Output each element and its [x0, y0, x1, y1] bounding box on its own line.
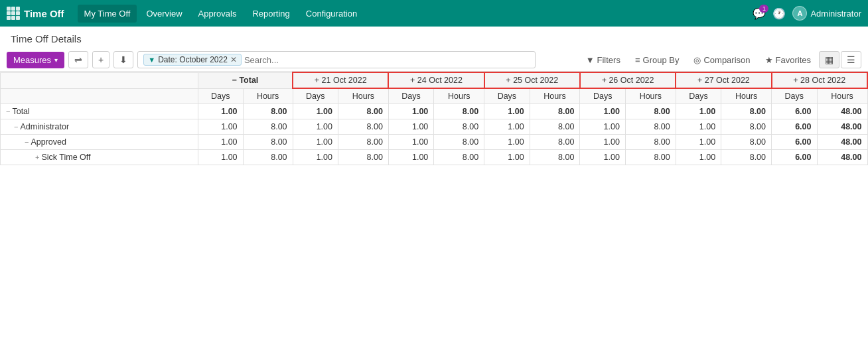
app-title: Time Off [24, 8, 64, 19]
col27-hours-header: Hours [721, 88, 772, 104]
nav-configuration[interactable]: Configuration [299, 5, 364, 23]
page-title: Time Off Details [0, 27, 868, 48]
clock-button[interactable]: 🕐 [772, 7, 786, 20]
comparison-label: Comparison [703, 55, 750, 65]
measures-label: Measures [13, 55, 51, 65]
data-cell: 6.00 [772, 150, 817, 165]
col25-days-header: Days [484, 88, 530, 104]
row-label-cell: −Approved [1, 135, 198, 150]
date-header-row: − Total + 21 Oct 2022 + 24 Oct 2022 + 2 [1, 72, 868, 88]
plus-icon: + [506, 76, 510, 85]
add-icon-button[interactable]: + [92, 51, 109, 68]
total-hours-header: Hours [243, 88, 293, 104]
date-col-25[interactable]: + 25 Oct 2022 [484, 72, 580, 88]
data-cell: 6.00 [772, 119, 817, 135]
app-logo[interactable]: Time Off [7, 7, 64, 20]
minus-total-icon: − [232, 76, 237, 85]
adjust-icon-button[interactable]: ⇌ [68, 51, 88, 68]
avatar: A [792, 6, 807, 21]
plus-icon: + [793, 76, 798, 85]
data-cell: 1.00 [198, 150, 243, 165]
data-cell: 1.00 [198, 135, 243, 150]
data-cell: 8.00 [625, 150, 676, 165]
data-cell: 8.00 [625, 104, 676, 119]
nav-overview[interactable]: Overview [139, 5, 188, 23]
filters-icon: ▼ [586, 55, 595, 65]
grid-view-button[interactable]: ▦ [819, 51, 839, 68]
data-cell: 1.00 [580, 104, 625, 119]
filters-button[interactable]: ▼ Filters [579, 52, 627, 68]
data-cell: 8.00 [434, 150, 484, 165]
date-28: 28 Oct 2022 [800, 76, 845, 85]
date-col-24[interactable]: + 24 Oct 2022 [388, 72, 484, 88]
plus-icon: + [697, 76, 702, 85]
row-label-cell: −Total [1, 104, 198, 119]
notifications-button[interactable]: 💬 1 [753, 7, 766, 20]
star-icon: ★ [765, 55, 773, 65]
groupby-icon: ≡ [635, 55, 640, 65]
search-input[interactable] [244, 55, 530, 65]
data-cell: 1.00 [484, 135, 530, 150]
data-cell: 48.00 [817, 119, 867, 135]
data-cell: 1.00 [388, 104, 433, 119]
nav-my-time-off[interactable]: My Time Off [78, 5, 137, 23]
data-cell: 1.00 [676, 104, 721, 119]
favorites-button[interactable]: ★ Favorites [759, 52, 818, 68]
date-col-27[interactable]: + 27 Oct 2022 [676, 72, 771, 88]
plus-icon: + [410, 76, 415, 85]
comparison-button[interactable]: ◎ Comparison [687, 52, 757, 68]
data-cell: 48.00 [817, 135, 867, 150]
col27-days-header: Days [676, 88, 721, 104]
grid-icon [7, 7, 20, 20]
filters-label: Filters [597, 55, 620, 65]
row-label-cell: +Sick Time Off [1, 150, 198, 165]
data-cell: 1.00 [198, 119, 243, 135]
total-label: Total [239, 76, 258, 85]
data-cell: 8.00 [243, 104, 293, 119]
groupby-button[interactable]: ≡ Group By [628, 52, 686, 68]
row-label-spacer [1, 72, 198, 88]
table-row: +Sick Time Off1.008.001.008.001.008.001.… [1, 150, 868, 165]
data-cell: 1.00 [676, 119, 721, 135]
top-navigation: Time Off My Time Off Overview Approvals … [0, 0, 868, 27]
toolbar-row: Measures ▾ ⇌ + ⬇ ▼ Date: October 2022 ✕ … [0, 48, 868, 72]
measures-button[interactable]: Measures ▾ [7, 52, 64, 68]
col24-hours-header: Hours [434, 88, 484, 104]
date-21: 21 Oct 2022 [322, 76, 367, 85]
data-cell: 8.00 [243, 150, 293, 165]
download-icon-button[interactable]: ⬇ [113, 51, 133, 68]
date-col-28[interactable]: + 28 Oct 2022 [772, 72, 867, 88]
data-cell: 8.00 [243, 119, 293, 135]
data-cell: 1.00 [484, 119, 530, 135]
date-col-21[interactable]: + 21 Oct 2022 [293, 72, 388, 88]
table-row: −Total1.008.001.008.001.008.001.008.001.… [1, 104, 868, 119]
search-filter-tag[interactable]: ▼ Date: October 2022 ✕ [143, 54, 242, 66]
comparison-icon: ◎ [693, 55, 701, 65]
admin-menu-button[interactable]: A Administrator [792, 6, 861, 21]
table-row: −Approved1.008.001.008.001.008.001.008.0… [1, 135, 868, 150]
plus-icon: + [602, 76, 607, 85]
data-cell: 8.00 [721, 150, 772, 165]
date-24: 24 Oct 2022 [417, 76, 463, 85]
data-cell: 8.00 [721, 104, 772, 119]
data-cell: 8.00 [530, 119, 580, 135]
data-cell: 8.00 [434, 104, 484, 119]
data-cell: 6.00 [772, 104, 817, 119]
list-view-button[interactable]: ☰ [841, 51, 861, 68]
main-content: − Total + 21 Oct 2022 + 24 Oct 2022 + 2 [0, 72, 868, 165]
data-cell: 48.00 [817, 104, 867, 119]
data-cell: 8.00 [434, 119, 484, 135]
pivot-body: −Total1.008.001.008.001.008.001.008.001.… [1, 104, 868, 165]
data-cell: 1.00 [676, 150, 721, 165]
data-cell: 8.00 [338, 150, 389, 165]
data-cell: 1.00 [580, 119, 625, 135]
remove-filter-button[interactable]: ✕ [230, 55, 237, 64]
total-days-header: Days [198, 88, 243, 104]
nav-approvals[interactable]: Approvals [192, 5, 244, 23]
data-cell: 1.00 [293, 135, 338, 150]
nav-reporting[interactable]: Reporting [246, 5, 296, 23]
date-col-26[interactable]: + 26 Oct 2022 [580, 72, 676, 88]
data-cell: 8.00 [721, 119, 772, 135]
filter-icon: ▼ [148, 56, 155, 64]
data-cell: 48.00 [817, 150, 867, 165]
